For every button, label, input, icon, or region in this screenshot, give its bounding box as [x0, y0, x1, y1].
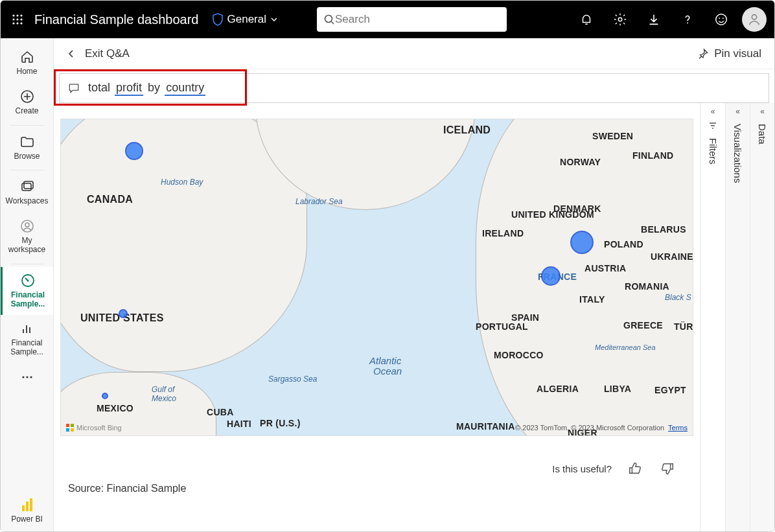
svg-rect-28: [26, 502, 29, 511]
data-pane[interactable]: « Data: [750, 103, 774, 532]
chat-icon: [67, 82, 80, 95]
filter-icon: [708, 121, 717, 130]
left-nav: Home Create Browse Workspaces My workspa…: [1, 38, 54, 532]
nav-my-workspace[interactable]: My workspace: [1, 213, 53, 261]
svg-rect-32: [66, 428, 69, 432]
nav-home[interactable]: Home: [1, 43, 53, 83]
collapse-icon: «: [735, 107, 740, 116]
thumbs-up-button[interactable]: [626, 459, 644, 478]
right-panes: « Filters « Visualizations « Data: [700, 103, 774, 532]
map-bubble[interactable]: [102, 393, 108, 399]
qa-query-text: total profit by country: [87, 81, 205, 96]
map-bubble[interactable]: [119, 309, 128, 318]
svg-point-3: [12, 18, 14, 20]
svg-rect-29: [30, 498, 32, 511]
folder-icon: [19, 133, 35, 150]
svg-point-11: [618, 17, 622, 21]
home-icon: [19, 49, 35, 65]
chevron-down-icon: [270, 16, 278, 23]
create-icon: [19, 88, 35, 105]
download-icon[interactable]: [641, 6, 667, 32]
svg-point-2: [20, 14, 22, 16]
map-attribution: © 2023 TomTom, © 2023 Microsoft Corporat…: [515, 424, 688, 432]
svg-point-7: [16, 22, 18, 24]
source-label: Source: Financial Sample: [60, 481, 693, 501]
collapse-icon: «: [760, 107, 765, 116]
svg-point-6: [12, 22, 14, 24]
svg-point-26: [30, 376, 32, 378]
dashboard-icon: [20, 272, 36, 289]
app-launcher-icon[interactable]: [8, 10, 27, 29]
svg-point-4: [16, 18, 18, 20]
chevron-left-icon: [67, 49, 76, 58]
nav-financial-dashboard[interactable]: Financial Sample...: [1, 267, 53, 316]
notifications-icon[interactable]: [573, 6, 599, 32]
report-icon: [19, 320, 35, 337]
svg-point-9: [325, 16, 332, 23]
svg-rect-31: [71, 424, 74, 427]
feedback-prompt: Is this useful?: [552, 463, 612, 474]
sensitivity-dropdown[interactable]: General: [207, 10, 283, 29]
pin-icon: [697, 48, 709, 60]
global-search[interactable]: [317, 7, 507, 32]
svg-point-13: [716, 14, 727, 25]
svg-point-23: [27, 279, 29, 281]
svg-point-8: [20, 22, 22, 24]
top-bar: Financial Sample dashboard General: [1, 1, 774, 38]
powerbi-icon: [21, 498, 33, 512]
dashboard-title: Financial Sample dashboard: [34, 12, 199, 27]
svg-point-5: [20, 18, 22, 20]
svg-point-21: [25, 223, 29, 227]
svg-point-12: [687, 23, 688, 24]
person-icon: [19, 218, 35, 235]
nav-financial-report[interactable]: Financial Sample...: [1, 315, 53, 364]
svg-rect-33: [71, 428, 74, 432]
svg-point-0: [12, 14, 14, 16]
svg-line-10: [331, 22, 334, 25]
shield-icon: [212, 13, 224, 26]
svg-point-16: [752, 15, 756, 19]
settings-icon[interactable]: [607, 6, 633, 32]
nav-more[interactable]: [1, 364, 53, 392]
thumbs-down-button[interactable]: [658, 459, 677, 478]
account-avatar[interactable]: [742, 7, 767, 32]
svg-point-1: [16, 14, 18, 16]
svg-point-24: [22, 376, 24, 378]
powerbi-footer[interactable]: Power BI: [11, 491, 43, 532]
svg-point-15: [723, 17, 724, 19]
map-bubble[interactable]: [570, 231, 594, 254]
map-visual[interactable]: ICELAND CANADA UNITED STATES MEXICO CUBA…: [60, 119, 693, 436]
visualizations-pane[interactable]: « Visualizations: [725, 103, 750, 532]
search-input[interactable]: [335, 13, 500, 26]
map-bubble[interactable]: [125, 142, 143, 160]
filters-pane[interactable]: « Filters: [700, 103, 725, 532]
pin-visual-button[interactable]: Pin visual: [697, 47, 761, 60]
svg-point-25: [26, 376, 28, 378]
terms-link[interactable]: Terms: [668, 424, 688, 432]
collapse-icon: «: [711, 107, 715, 116]
svg-rect-19: [24, 181, 33, 189]
qa-input-bar[interactable]: total profit by country: [59, 73, 769, 103]
svg-rect-27: [22, 505, 25, 511]
map-bubble[interactable]: [541, 266, 561, 286]
nav-workspaces[interactable]: Workspaces: [1, 173, 53, 213]
bing-attribution: Microsoft Bing: [66, 424, 122, 432]
help-icon[interactable]: [675, 6, 700, 32]
exit-qa-button[interactable]: Exit Q&A: [67, 47, 130, 60]
nav-browse[interactable]: Browse: [1, 128, 53, 168]
svg-rect-18: [22, 183, 31, 191]
sensitivity-label: General: [227, 13, 266, 26]
nav-create[interactable]: Create: [1, 83, 53, 122]
svg-point-14: [719, 17, 720, 19]
ellipsis-icon: [19, 369, 35, 386]
search-icon: [323, 14, 335, 25]
feedback-icon[interactable]: [708, 6, 734, 32]
workspaces-icon: [19, 178, 35, 195]
main-area: Exit Q&A Pin visual total profit by coun…: [54, 38, 774, 532]
command-bar: Exit Q&A Pin visual: [54, 38, 774, 69]
svg-rect-30: [66, 424, 69, 427]
